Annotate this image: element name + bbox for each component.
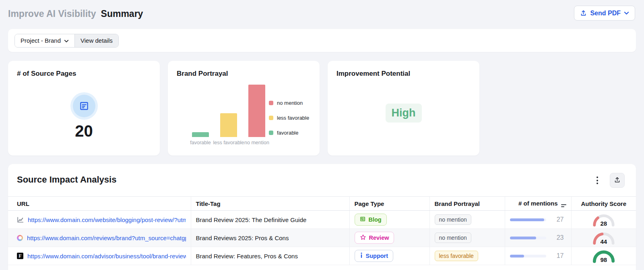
- table-row: https://www.domain.com/website/blogging/…: [8, 211, 636, 229]
- brand-portrayal-badge: no mention: [435, 214, 471, 225]
- project-selector-dropdown[interactable]: Project - Brand: [15, 34, 74, 47]
- page-type-label: Review: [369, 235, 389, 241]
- kebab-menu-icon[interactable]: [594, 173, 601, 188]
- page-type-badge[interactable]: Review: [355, 232, 394, 244]
- column-header-1[interactable]: Title-Tag: [191, 197, 349, 211]
- legend-swatch: [269, 101, 273, 105]
- upload-icon: [580, 10, 587, 17]
- card-source-pages: # of Source Pages 20: [8, 61, 160, 156]
- filters-toolbar: Project - Brand View details: [8, 29, 636, 52]
- mentions-cell: 23: [505, 229, 571, 247]
- export-icon: [614, 177, 621, 185]
- page: Improve AI Visibility Summary Send PDF P…: [0, 0, 644, 270]
- title-tag-cell: Brand Review 2025: The Definitive Guide: [191, 211, 349, 229]
- url-wrap: Fhttps://www.domain.com/advisor/business…: [17, 253, 186, 260]
- column-header-label: Title-Tag: [196, 200, 221, 207]
- column-header-2[interactable]: Page Type: [349, 197, 429, 211]
- authority-score-cell: 44: [571, 229, 636, 247]
- mentions-bar-track: [510, 237, 547, 239]
- improvement-potential-value: High: [386, 104, 422, 123]
- page-type-support-icon: [360, 252, 363, 260]
- mentions-count: 23: [551, 234, 564, 241]
- table-actions: [594, 173, 625, 188]
- url-link[interactable]: https://www.domain.com/advisor/business/…: [27, 253, 186, 260]
- export-button[interactable]: [610, 173, 625, 188]
- legend-label: favorable: [277, 130, 298, 136]
- page-title: Summary: [101, 8, 143, 19]
- page-type-cell: Review: [349, 229, 429, 247]
- column-header-label: # of mentions: [518, 200, 558, 207]
- source-impact-table: URLTitle-TagPage TypeBrand Portrayal# of…: [8, 196, 636, 265]
- bar-chart-x-axis-labels: favorableless favorableno mention: [192, 140, 277, 147]
- authority-score-cell: 28: [571, 211, 636, 229]
- page-type-label: Support: [366, 253, 388, 259]
- brand-portrayal-cell: no mention: [429, 211, 505, 229]
- brand-portrayal-cell: no mention: [429, 229, 505, 247]
- source-impact-analysis-section: Source Impact Analysis URLTitle-TagPage …: [8, 164, 636, 270]
- authority-score-gauge: 98: [592, 249, 615, 264]
- authority-score-value: 44: [592, 238, 615, 245]
- chevron-down-icon: [64, 37, 69, 44]
- bar-less-favorable: [220, 113, 237, 137]
- legend-swatch: [269, 131, 273, 135]
- page-type-label: Blog: [369, 216, 382, 223]
- mentions-bar-fill: [510, 255, 524, 258]
- mentions-bar-group: 17: [510, 252, 566, 260]
- sort-descending-icon[interactable]: [561, 204, 566, 207]
- url-cell: https://www.domain.com/website/blogging/…: [8, 211, 191, 229]
- column-header-4[interactable]: # of mentions: [505, 197, 571, 211]
- url-wrap: https://www.domain.com/reviews/brand?utm…: [17, 235, 186, 241]
- url-cell: https://www.domain.com/reviews/brand?utm…: [8, 229, 191, 247]
- mentions-bar-group: 23: [510, 234, 566, 241]
- page-type-cell: Support: [349, 247, 429, 265]
- mentions-bar-track: [510, 255, 547, 258]
- project-selector-label: Project - Brand: [21, 37, 61, 44]
- line-chart-favicon-icon: [17, 216, 24, 223]
- url-link[interactable]: https://www.domain.com/reviews/brand?utm…: [27, 235, 186, 241]
- breadcrumb-section: Improve AI Visibility: [8, 8, 96, 19]
- title-tag-text: Brand Review: Features, Pros & Cons: [196, 253, 298, 260]
- table-header-bar: Source Impact Analysis: [8, 164, 636, 196]
- mentions-count: 17: [551, 252, 564, 260]
- authority-score-value: 28: [592, 220, 615, 227]
- view-details-button[interactable]: View details: [74, 34, 118, 47]
- mentions-cell: 27: [505, 211, 571, 229]
- column-header-label: Authority Score: [581, 200, 626, 207]
- column-header-label: Brand Portrayal: [435, 200, 480, 207]
- column-header-0[interactable]: URL: [8, 197, 191, 211]
- project-segmented-control: Project - Brand View details: [14, 34, 119, 48]
- legend-item: less favorable: [269, 110, 312, 125]
- mentions-count: 27: [551, 216, 564, 223]
- title-tag-cell: Brand Review: Features, Pros & Cons: [191, 247, 349, 265]
- title-tag-cell: Brand Reviews 2025: Pros & Cons: [191, 229, 349, 247]
- table-row: https://www.domain.com/reviews/brand?utm…: [8, 229, 636, 247]
- column-header-3[interactable]: Brand Portrayal: [429, 197, 505, 211]
- page-header: Improve AI Visibility Summary Send PDF: [8, 6, 636, 22]
- card-source-pages-title: # of Source Pages: [17, 70, 151, 78]
- bar-favorable: [192, 132, 209, 137]
- brand-portrayal-cell: less favorable: [429, 247, 505, 265]
- authority-score-gauge: 44: [592, 231, 615, 245]
- brand-portrayal-badge: less favorable: [435, 251, 478, 261]
- mentions-bar-fill: [510, 237, 536, 239]
- x-axis-label: favorable: [190, 140, 211, 145]
- authority-score-value: 98: [592, 256, 615, 263]
- column-header-5[interactable]: Authority Score: [571, 197, 636, 211]
- send-pdf-button[interactable]: Send PDF: [574, 6, 635, 21]
- column-header-label: URL: [17, 200, 29, 207]
- card-brand-portrayal: Brand Portrayal favorableless favorablen…: [168, 61, 320, 156]
- card-improvement-potential: Improvement Potential High: [328, 61, 479, 156]
- page-type-blog-icon: [360, 216, 366, 223]
- page-type-badge[interactable]: Blog: [355, 214, 387, 226]
- swirl-favicon-icon: [17, 235, 23, 241]
- title-tag-text: Brand Review 2025: The Definitive Guide: [196, 216, 307, 223]
- legend-item: favorable: [269, 125, 312, 140]
- authority-score-gauge: 28: [592, 212, 615, 227]
- card-improvement-title: Improvement Potential: [336, 70, 471, 78]
- bar-chart-legend: no mentionless favorablefavorable: [269, 96, 312, 140]
- page-type-review-icon: [360, 234, 366, 242]
- url-link[interactable]: https://www.domain.com/website/blogging/…: [28, 216, 186, 223]
- source-pages-count: 20: [8, 122, 160, 140]
- page-type-badge[interactable]: Support: [355, 250, 394, 262]
- mentions-bar-fill: [510, 218, 544, 221]
